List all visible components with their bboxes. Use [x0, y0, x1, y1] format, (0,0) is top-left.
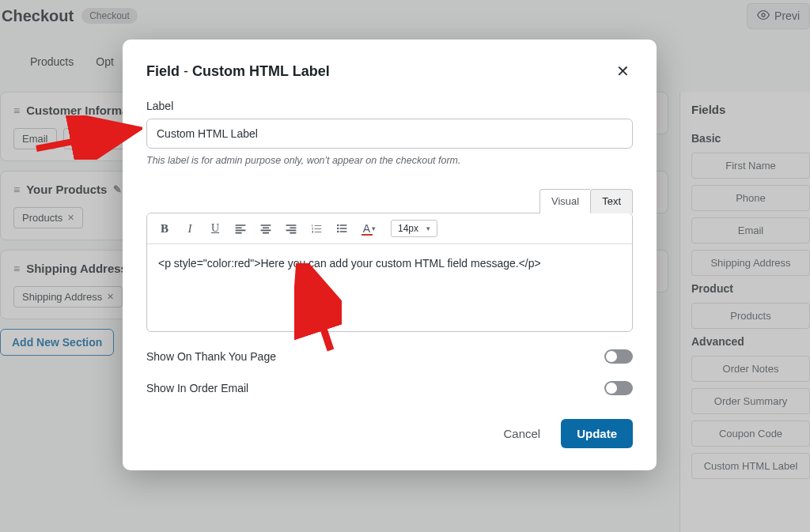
italic-icon[interactable]: I — [179, 218, 201, 239]
label-helper-text: This label is for admin purpose only, wo… — [146, 155, 633, 166]
update-button[interactable]: Update — [561, 419, 633, 448]
tab-visual[interactable]: Visual — [539, 189, 590, 213]
chevron-down-icon: ▾ — [372, 224, 376, 232]
ordered-list-icon[interactable] — [305, 218, 327, 239]
underline-icon[interactable]: U — [204, 218, 226, 239]
bold-icon[interactable]: B — [153, 218, 176, 239]
svg-point-1 — [337, 224, 339, 226]
cancel-button[interactable]: Cancel — [503, 427, 540, 440]
svg-point-2 — [337, 228, 339, 229]
svg-line-5 — [36, 131, 127, 149]
svg-point-3 — [337, 231, 339, 232]
label-field-label: Label — [146, 100, 633, 112]
editor-toolbar: B I U A ▾ 14px — [147, 213, 632, 244]
align-center-icon[interactable] — [255, 218, 277, 239]
unordered-list-icon[interactable] — [331, 218, 353, 239]
annotation-arrow-icon — [32, 115, 142, 160]
chevron-down-icon: ▾ — [426, 224, 430, 232]
thankyou-toggle[interactable] — [604, 349, 633, 364]
align-right-icon[interactable] — [280, 218, 302, 239]
font-color-icon[interactable]: A ▾ — [356, 218, 383, 239]
orderemail-toggle[interactable] — [604, 381, 633, 395]
font-size-select[interactable]: 14px ▾ — [391, 220, 437, 237]
editor-box: B I U A ▾ 14px — [146, 213, 633, 332]
thankyou-toggle-label: Show On Thank You Page — [146, 350, 276, 363]
editor-body[interactable]: <p style="color:red">Here you can add yo… — [147, 244, 632, 331]
orderemail-toggle-label: Show In Order Email — [146, 382, 248, 394]
annotation-arrow-icon — [294, 263, 342, 358]
editor-tabs: Visual Text — [146, 188, 633, 213]
field-modal: Field - Custom HTML Label ✕ Label This l… — [123, 40, 657, 470]
align-left-icon[interactable] — [229, 218, 252, 239]
svg-line-7 — [304, 270, 331, 350]
tab-text[interactable]: Text — [590, 189, 633, 213]
modal-title: Field - Custom HTML Label — [146, 63, 330, 80]
close-icon[interactable]: ✕ — [613, 60, 633, 82]
label-input[interactable] — [146, 119, 633, 149]
